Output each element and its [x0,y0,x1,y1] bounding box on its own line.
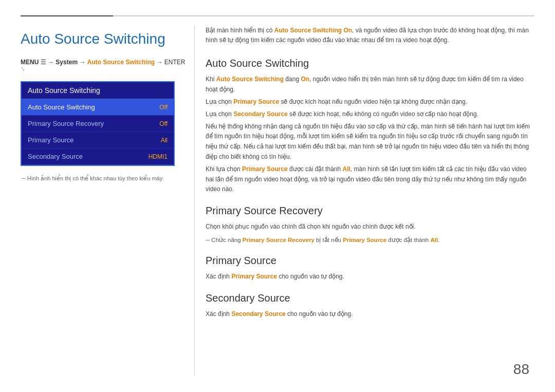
top-border-dark [21,15,113,16]
section-body-auto-3: Lựa chọn Secondary Source sẽ được kích h… [206,109,534,120]
section-body-auto-1: Khi Auto Source Switching đang On, nguồn… [206,74,534,95]
section-body-recovery-1: Chọn khôi phục nguồn vào chính đã chọn k… [206,222,534,232]
menu-item-value: Off [159,104,168,111]
section-body-auto-4: Nếu hệ thống không nhận dạng cả nguồn tí… [206,122,534,162]
section-body-auto-2: Lựa chọn Primary Source sẽ được kích hoạ… [206,97,534,107]
menu-item-value: Off [159,120,168,127]
section-title-recovery: Primary Source Recovery [206,205,534,217]
top-border-light [113,15,534,16]
section-body-secondary: Xác định Secondary Source cho nguồn vào … [206,309,534,320]
top-border [21,15,534,16]
section-body-primary: Xác định Primary Source cho nguồn vào tự… [206,272,534,282]
menu-item-secondary-source[interactable]: Secondary Source HDMI1 [22,148,174,165]
menu-item-label: Primary Source [28,136,74,144]
menu-box: Auto Source Switching Auto Source Switch… [21,81,175,166]
menu-item-label: Primary Source Recovery [28,120,104,127]
page-title: Auto Source Switching [21,31,190,47]
menu-item-primary-recovery[interactable]: Primary Source Recovery Off [22,116,174,132]
page-number: 88 [513,361,529,378]
intro-highlight: Auto Source Switching On [274,27,352,34]
intro-text: Bật màn hình hiển thị có Auto Source Swi… [206,26,534,45]
menu-item-label: Secondary Source [28,153,83,160]
screenshot-note: Hình ảnh hiển thị có thể khác nhau tùy t… [21,175,190,182]
left-panel: Auto Source Switching MENU ☰ → System → … [21,26,190,182]
menu-item-value: HDMI1 [149,153,168,160]
menu-item-value: All [161,137,168,144]
menu-box-title: Auto Source Switching [22,82,174,99]
section-body-auto-5: Khi lựa chọn Primary Source được cài đặt… [206,164,534,195]
divider-line [194,26,195,375]
menu-item-auto-source[interactable]: Auto Source Switching Off [22,99,174,116]
right-panel: Bật màn hình hiển thị có Auto Source Swi… [206,26,534,322]
section-title-secondary: Secondary Source [206,292,534,304]
menu-item-primary-source[interactable]: Primary Source All [22,132,174,148]
section-note-recovery: ─ Chức năng Primary Source Recovery bị t… [206,235,534,245]
section-title-primary: Primary Source [206,255,534,267]
section-title-auto: Auto Source Switching [206,58,534,69]
menu-item-label: Auto Source Switching [28,103,95,111]
menu-path: MENU ☰ → System → Auto Source Switching … [21,59,190,73]
